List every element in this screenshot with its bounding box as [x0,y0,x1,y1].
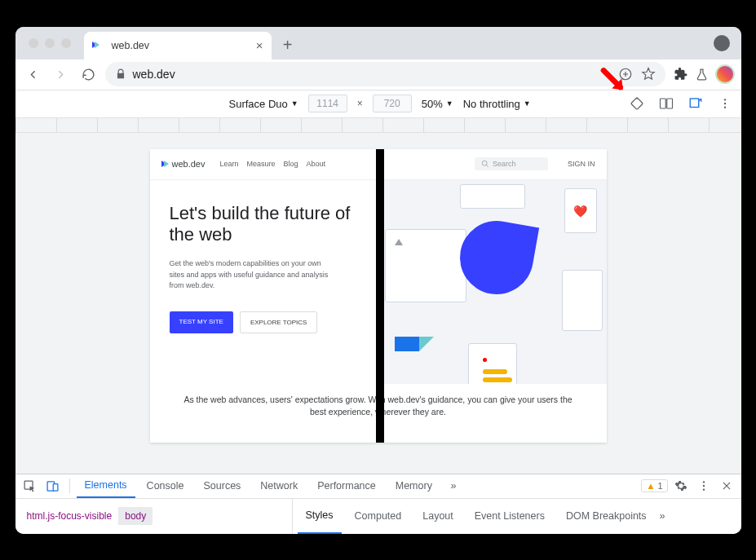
test-site-button[interactable]: TEST MY SITE [170,311,233,333]
tab-performance[interactable]: Performance [309,474,384,498]
device-hinge [376,149,384,443]
svg-point-5 [723,99,725,100]
rotate-icon[interactable] [629,95,645,112]
dom-breadcrumbs: html.js-focus-visible body [15,499,293,534]
new-tab-button[interactable]: + [276,34,299,57]
height-input[interactable] [373,95,412,112]
device-posture-icon[interactable] [687,95,704,112]
device-frame[interactable]: web.dev Learn Measure Blog About Search … [150,149,607,443]
lock-icon [115,68,126,80]
devtools-more-icon[interactable] [694,476,714,496]
settings-icon[interactable] [671,476,691,496]
svg-rect-2 [660,99,665,108]
stab-styles[interactable]: Styles [298,499,342,534]
address-bar[interactable]: web.dev [105,62,665,86]
device-selector[interactable]: Surface Duo▼ [229,98,298,110]
browser-window: web.dev × + web.dev [15,27,741,534]
svg-point-8 [482,161,487,165]
ruler [15,118,741,133]
warning-icon: ▲ [646,481,655,491]
styles-overflow-icon[interactable]: » [660,510,665,522]
back-button[interactable] [22,63,45,86]
tab-strip: web.dev × + [15,27,741,60]
device-more-icon[interactable] [717,95,733,112]
nav-about[interactable]: About [307,160,326,168]
close-icon[interactable]: × [256,38,263,52]
device-toolbar: Surface Duo▼ × 50%▼ No throttling▼ [15,90,741,118]
dimension-x: × [357,98,363,109]
dual-screen-icon[interactable] [658,95,674,112]
crumb-html[interactable]: html.js-focus-visible [20,507,119,525]
site-search[interactable]: Search [475,157,548,170]
device-toggle-icon[interactable] [43,476,63,496]
svg-rect-4 [690,99,699,108]
profile-indicator-icon[interactable] [714,35,730,51]
tab-sources[interactable]: Sources [195,474,249,498]
devtools-close-icon[interactable] [717,476,736,496]
stab-event-listeners[interactable]: Event Listeners [466,499,553,534]
site-nav: Learn Measure Blog About [219,160,325,168]
stab-computed[interactable]: Computed [347,499,410,534]
stab-layout[interactable]: Layout [414,499,462,534]
tab-network[interactable]: Network [252,474,306,498]
svg-point-13 [702,485,704,487]
tab-favicon [92,39,105,52]
tab-elements[interactable]: Elements [77,474,135,498]
close-dot[interactable] [29,38,38,48]
tab-console[interactable]: Console [139,474,192,498]
browser-toolbar: web.dev [15,60,741,90]
svg-rect-1 [630,98,643,110]
viewport-area: web.dev Learn Measure Blog About Search … [15,133,741,474]
crumb-body[interactable]: body [118,507,153,525]
window-controls[interactable] [22,38,77,55]
labs-icon[interactable] [695,68,709,82]
tab-memory[interactable]: Memory [387,474,440,498]
width-input[interactable] [308,95,347,112]
styles-tabs: Styles Computed Layout Event Listeners D… [293,499,741,534]
hero-left: Let's build the future of the web Get th… [150,180,378,384]
signin-link[interactable]: SIGN IN [568,160,595,168]
nav-blog[interactable]: Blog [284,160,298,168]
annotation-arrow [599,68,627,95]
extensions-icon[interactable] [674,67,688,82]
logo-icon [161,159,169,169]
hero-subtitle: Get the web's modern capabilities on you… [170,258,333,292]
svg-point-12 [702,481,704,483]
min-dot[interactable] [45,38,55,48]
zoom-selector[interactable]: 50%▼ [422,98,453,110]
svg-point-6 [723,103,725,104]
tabs-overflow-icon[interactable]: » [444,476,463,496]
hero-illustration: ❤️ [378,180,607,384]
svg-rect-3 [666,99,672,108]
hero-title: Let's build the future of the web [170,203,359,246]
site-logo[interactable]: web.dev [161,159,206,169]
svg-rect-11 [53,483,58,491]
forward-button[interactable] [50,63,73,86]
nav-learn[interactable]: Learn [219,160,238,168]
browser-tab[interactable]: web.dev × [84,32,272,60]
devtools-subpanel: html.js-focus-visible body Styles Comput… [15,499,741,534]
devtools-tabs: Elements Console Sources Network Perform… [15,474,741,499]
tab-title: web.dev [112,40,150,51]
warnings-badge[interactable]: ▲ 1 [641,479,667,492]
explore-topics-button[interactable]: EXPLORE TOPICS [240,311,318,333]
extensions-area [670,64,735,84]
inspect-icon[interactable] [20,476,40,496]
devtools-panel: Elements Console Sources Network Perform… [15,474,741,534]
reload-button[interactable] [77,63,100,86]
search-icon [481,160,489,168]
svg-point-14 [702,488,704,490]
stab-dom-breakpoints[interactable]: DOM Breakpoints [558,499,655,534]
profile-avatar[interactable] [715,64,735,84]
max-dot[interactable] [61,38,71,48]
bookmark-star-icon[interactable] [641,67,656,82]
nav-measure[interactable]: Measure [247,160,276,168]
throttle-selector[interactable]: No throttling▼ [463,98,531,110]
url-text: web.dev [133,68,175,81]
svg-point-7 [723,106,725,108]
